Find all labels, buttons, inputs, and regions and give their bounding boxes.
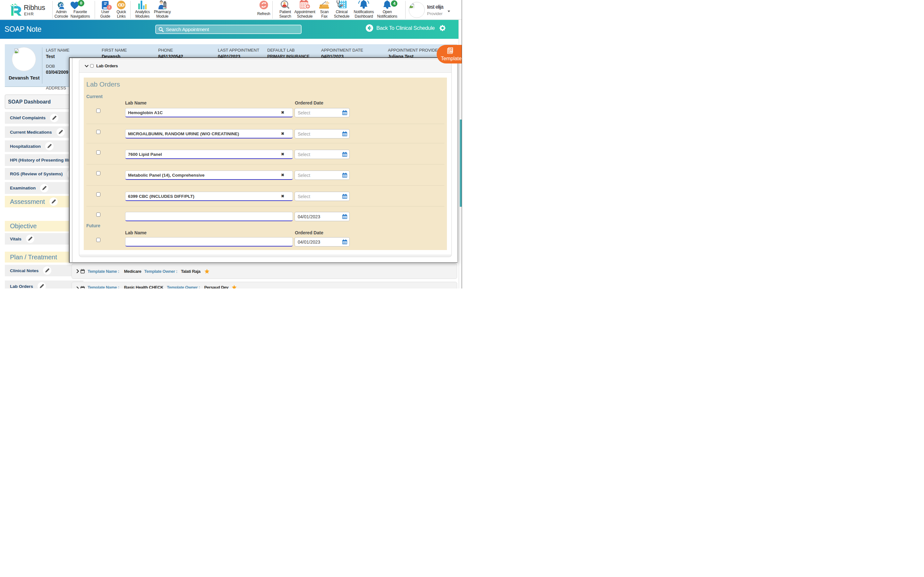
svg-text:BHUS: BHUS [12, 7, 17, 9]
